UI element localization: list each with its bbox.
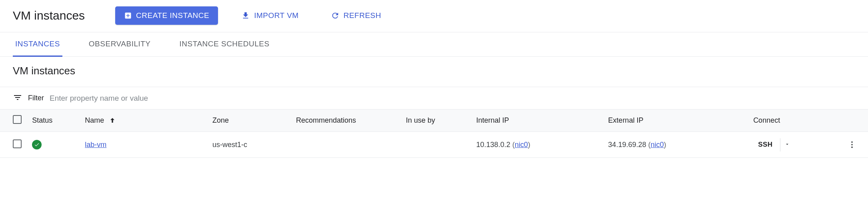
col-recommendations[interactable]: Recommendations	[292, 109, 402, 132]
import-vm-button[interactable]: IMPORT VM	[232, 6, 307, 25]
import-icon	[241, 11, 250, 20]
table-header-row: Status Name Zone Recommendations In use …	[0, 109, 868, 132]
tab-instances[interactable]: INSTANCES	[13, 32, 62, 57]
external-nic-link[interactable]: nic0	[650, 141, 664, 149]
select-all-checkbox[interactable]	[13, 115, 22, 124]
cell-internal-ip: 10.138.0.2 (nic0)	[472, 132, 604, 158]
status-running-icon	[32, 140, 42, 149]
more-actions-button[interactable]	[846, 138, 858, 151]
ssh-button-group: SSH	[753, 137, 794, 152]
cell-external-ip: 34.19.69.28 (nic0)	[604, 132, 749, 158]
col-connect[interactable]: Connect	[749, 109, 842, 132]
create-instance-label: CREATE INSTANCE	[136, 11, 209, 20]
col-in-use-by[interactable]: In use by	[402, 109, 472, 132]
svg-point-2	[851, 147, 853, 148]
table-row: lab-vm us-west1-c 10.138.0.2 (nic0) 34.1…	[0, 132, 868, 158]
filter-label: Filter	[28, 94, 44, 102]
external-ip-value: 34.19.69.28	[608, 141, 646, 149]
import-vm-label: IMPORT VM	[254, 11, 298, 20]
ssh-button[interactable]: SSH	[753, 137, 777, 152]
col-name-label: Name	[85, 116, 104, 124]
cell-in-use-by	[402, 132, 472, 158]
cell-zone: us-west1-c	[208, 132, 292, 158]
col-name[interactable]: Name	[81, 109, 208, 132]
svg-point-0	[851, 141, 853, 143]
tab-observability[interactable]: OBSERVABILITY	[86, 32, 153, 57]
tab-instance-schedules[interactable]: INSTANCE SCHEDULES	[177, 32, 272, 57]
sort-ascending-icon	[108, 117, 116, 125]
internal-nic-link[interactable]: nic0	[515, 141, 528, 149]
col-internal-ip[interactable]: Internal IP	[472, 109, 604, 132]
svg-point-1	[851, 144, 853, 145]
refresh-label: REFRESH	[344, 11, 381, 20]
internal-ip-value: 10.138.0.2	[476, 141, 510, 149]
refresh-button[interactable]: REFRESH	[322, 6, 390, 25]
filter-input[interactable]	[50, 94, 855, 103]
filter-bar: Filter	[0, 87, 868, 109]
section-title: VM instances	[0, 57, 868, 87]
page-title: VM instances	[13, 9, 85, 22]
filter-icon	[13, 93, 22, 103]
instance-name-link[interactable]: lab-vm	[85, 141, 106, 149]
col-external-ip[interactable]: External IP	[604, 109, 749, 132]
cell-recommendations	[292, 132, 402, 158]
page-toolbar: VM instances CREATE INSTANCE IMPORT VM R…	[0, 0, 868, 32]
plus-box-icon	[124, 12, 132, 20]
caret-down-icon	[784, 141, 790, 147]
more-vert-icon	[848, 140, 856, 149]
row-checkbox[interactable]	[13, 139, 22, 148]
create-instance-button[interactable]: CREATE INSTANCE	[115, 6, 218, 25]
instances-table: Status Name Zone Recommendations In use …	[0, 109, 868, 158]
ssh-dropdown-button[interactable]	[780, 138, 794, 151]
tabs: INSTANCES OBSERVABILITY INSTANCE SCHEDUL…	[0, 32, 868, 57]
col-zone[interactable]: Zone	[208, 109, 292, 132]
col-status[interactable]: Status	[28, 109, 81, 132]
refresh-icon	[331, 11, 340, 20]
